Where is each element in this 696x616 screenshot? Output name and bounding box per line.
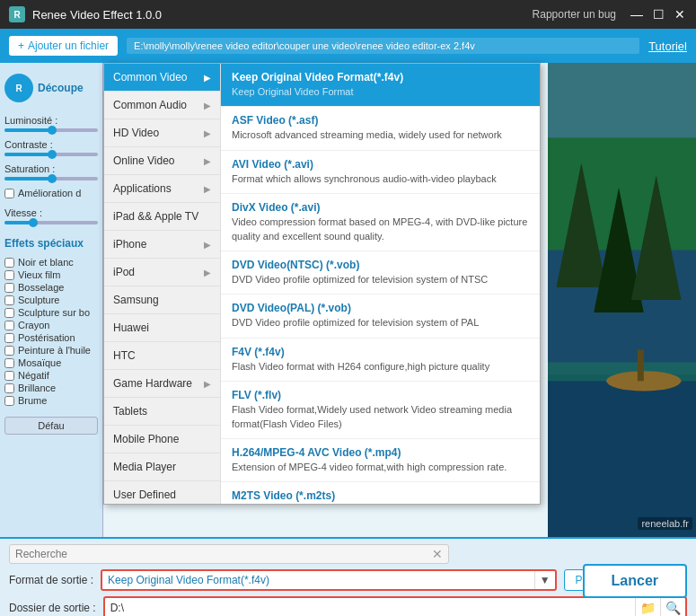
effect-sculpture: Sculpture xyxy=(4,295,98,305)
effect-negatif-checkbox[interactable] xyxy=(4,371,14,381)
title-bar-right: Rapporter un bug — ☐ ✕ xyxy=(533,7,687,22)
effect-mosaique: Mosaïque xyxy=(4,357,98,368)
category-column: Common Video ▶ Common Audio ▶ HD Video ▶… xyxy=(104,64,221,504)
format-f4v-original[interactable]: Keep Original Video Format(*.f4v) Keep O… xyxy=(221,64,540,107)
report-bug-link[interactable]: Rapporter un bug xyxy=(533,8,616,21)
category-user-defined[interactable]: User Defined xyxy=(104,481,220,504)
format-output-label: Format de sortie : xyxy=(9,574,93,586)
category-tablets[interactable]: Tablets xyxy=(104,398,220,426)
effect-sculpture-sur-bo: Sculpture sur bo xyxy=(4,307,98,318)
search-container: ✕ xyxy=(9,544,449,564)
svg-rect-9 xyxy=(638,350,644,382)
search-close-button[interactable]: ✕ xyxy=(432,547,443,561)
format-dvd-ntsc[interactable]: DVD Video(NTSC) (*.vob) DVD Video profil… xyxy=(221,251,540,295)
svg-rect-6 xyxy=(548,374,696,537)
category-media-player[interactable]: Media Player xyxy=(104,453,220,481)
format-dropdown-arrow[interactable]: ▼ xyxy=(534,571,555,589)
category-iphone[interactable]: iPhone ▶ xyxy=(104,231,220,259)
plus-icon: + xyxy=(18,40,24,52)
svg-point-8 xyxy=(606,371,681,391)
effect-crayon-checkbox[interactable] xyxy=(4,321,14,330)
effect-bosselage: Bosselage xyxy=(4,282,98,293)
decoupage-label: Découpe xyxy=(38,82,84,94)
folder-search-icon[interactable]: 🔍 xyxy=(660,598,685,616)
arrow-icon: ▶ xyxy=(204,379,211,389)
title-bar: R Renee Video Effect 1.0.0 Rapporter un … xyxy=(0,0,696,29)
format-divx[interactable]: DivX Video (*.avi) Video compression for… xyxy=(221,194,540,251)
category-common-video[interactable]: Common Video ▶ xyxy=(104,64,220,92)
category-hd-video[interactable]: HD Video ▶ xyxy=(104,119,220,147)
folder-output-label: Dossier de sortie : xyxy=(9,602,96,614)
format-select-value[interactable]: Keep Original Video Format(*.f4v) xyxy=(102,571,534,589)
default-button[interactable]: Défau xyxy=(4,417,98,435)
format-dvd-pal[interactable]: DVD Video(PAL) (*.vob) DVD Video profile… xyxy=(221,295,540,338)
effect-posterisation: Postérisation xyxy=(4,332,98,343)
format-f4v[interactable]: F4V (*.f4v) Flash Video format with H264… xyxy=(221,339,540,382)
category-online-video[interactable]: Online Video ▶ xyxy=(104,147,220,175)
vitesse-track[interactable] xyxy=(4,221,98,224)
format-h264[interactable]: H.264/MPEG-4 AVC Video (*.mp4) Extension… xyxy=(221,439,540,482)
app-icon: R xyxy=(9,6,25,22)
category-mobile-phone[interactable]: Mobile Phone xyxy=(104,426,220,453)
amelioration-checkbox[interactable] xyxy=(4,189,14,198)
arrow-icon: ▶ xyxy=(204,156,211,166)
file-path-input[interactable] xyxy=(127,38,639,54)
contraste-track[interactable] xyxy=(4,153,98,156)
folder-path-input[interactable] xyxy=(105,599,635,616)
effect-sculpture-sur-bo-checkbox[interactable] xyxy=(4,308,14,318)
main-area: R Découpe Luminosité : Contraste : Satur… xyxy=(0,63,696,537)
effect-crayon: Crayon xyxy=(4,320,98,330)
category-common-audio[interactable]: Common Audio ▶ xyxy=(104,92,220,119)
effect-peinture-checkbox[interactable] xyxy=(4,346,14,356)
logo-icon: R xyxy=(4,74,33,102)
format-asf[interactable]: ASF Video (*.asf) Microsoft advanced str… xyxy=(221,107,540,150)
effect-bosselage-checkbox[interactable] xyxy=(4,283,14,293)
effect-vieux-film: Vieux film xyxy=(4,269,98,280)
category-ipad-apple-tv[interactable]: iPad && Apple TV xyxy=(104,203,220,231)
effect-brillance-checkbox[interactable] xyxy=(4,383,14,393)
category-ipod[interactable]: iPod ▶ xyxy=(104,259,220,286)
category-htc[interactable]: HTC xyxy=(104,342,220,370)
luminosite-track[interactable] xyxy=(4,128,98,132)
effect-noir-blanc-checkbox[interactable] xyxy=(4,258,14,268)
title-bar-left: R Renee Video Effect 1.0.0 xyxy=(9,6,162,22)
category-game-hardware[interactable]: Game Hardware ▶ xyxy=(104,370,220,398)
watermark-text: reneelab.fr xyxy=(638,517,692,530)
category-samsung[interactable]: Samsung xyxy=(104,286,220,314)
minimize-button[interactable]: — xyxy=(630,7,644,22)
format-flv[interactable]: FLV (*.flv) Flash Video format,Widely us… xyxy=(221,382,540,439)
effect-noir-blanc: Noir et blanc xyxy=(4,257,98,268)
add-file-button[interactable]: + Ajouter un fichier xyxy=(9,36,118,56)
effect-sculpture-checkbox[interactable] xyxy=(4,295,14,305)
left-panel: R Découpe Luminosité : Contraste : Satur… xyxy=(0,63,103,537)
search-input[interactable] xyxy=(15,548,432,560)
close-button[interactable]: ✕ xyxy=(673,7,687,22)
search-row: ✕ xyxy=(9,544,687,564)
logo-area: R Découpe xyxy=(4,70,98,110)
effect-list: Noir et blanc Vieux film Bosselage Sculp… xyxy=(4,257,98,406)
effect-vieux-film-checkbox[interactable] xyxy=(4,270,14,280)
effect-brillance: Brillance xyxy=(4,383,98,393)
arrow-icon: ▶ xyxy=(204,128,211,138)
category-applications[interactable]: Applications ▶ xyxy=(104,175,220,203)
effect-negatif: Négatif xyxy=(4,370,98,381)
vitesse-section: Vitesse : xyxy=(4,207,98,224)
app-title: Renee Video Effect 1.0.0 xyxy=(32,8,162,22)
maximize-button[interactable]: ☐ xyxy=(651,7,665,22)
arrow-icon: ▶ xyxy=(204,73,211,83)
toolbar: + Ajouter un fichier Tutoriel xyxy=(0,29,696,63)
category-huawei[interactable]: Huawei xyxy=(104,314,220,342)
folder-browse-icon[interactable]: 📁 xyxy=(635,598,660,616)
launch-button[interactable]: Lancer xyxy=(583,564,687,598)
saturation-label: Saturation : xyxy=(4,163,98,174)
format-select-container: Keep Original Video Format(*.f4v) ▼ xyxy=(101,569,557,591)
effect-brume-checkbox[interactable] xyxy=(4,396,14,406)
format-avi[interactable]: AVI Video (*.avi) Format which allows sy… xyxy=(221,151,540,194)
bottom-bar: ✕ Format de sortie : Keep Original Video… xyxy=(0,537,696,616)
tutorial-link[interactable]: Tutoriel xyxy=(648,40,687,53)
arrow-icon: ▶ xyxy=(204,101,211,110)
effect-mosaique-checkbox[interactable] xyxy=(4,358,14,368)
effect-posterisation-checkbox[interactable] xyxy=(4,333,14,343)
format-m2ts[interactable]: M2TS Video (*.m2ts) H.264/MPEG-2 M2TS vi… xyxy=(221,482,540,504)
saturation-track[interactable] xyxy=(4,177,98,180)
